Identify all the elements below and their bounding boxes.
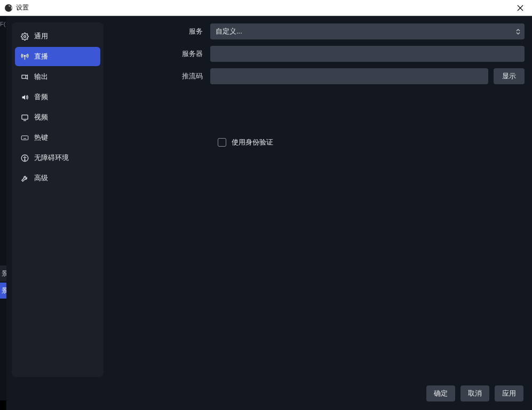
cancel-button[interactable]: 取消 — [460, 385, 489, 401]
row-auth-checkbox[interactable]: 使用身份验证 — [218, 138, 525, 147]
dialog-body: 通用 直播 输出 音频 — [6, 16, 532, 382]
svg-rect-5 — [21, 115, 27, 119]
sidebar-item-label: 音频 — [34, 92, 48, 102]
svg-point-14 — [24, 156, 25, 157]
bg-left-hint: F( — [0, 16, 4, 32]
close-button[interactable] — [509, 0, 532, 16]
dialog-footer: 确定 取消 应用 — [6, 382, 532, 410]
service-select[interactable]: 自定义... — [210, 23, 525, 39]
monitor-icon — [20, 113, 29, 122]
svg-rect-7 — [21, 135, 28, 140]
titlebar: 设置 — [0, 0, 532, 16]
keyboard-icon — [20, 133, 29, 142]
antenna-icon — [20, 52, 29, 61]
sidebar-item-label: 视频 — [34, 112, 48, 122]
sidebar-item-audio[interactable]: 音频 — [15, 87, 100, 107]
gear-icon — [20, 32, 29, 41]
settings-sidebar: 通用 直播 输出 音频 — [12, 22, 104, 377]
svg-rect-4 — [21, 75, 26, 78]
row-service: 服务 自定义... — [116, 23, 525, 39]
sidebar-item-video[interactable]: 视频 — [15, 108, 100, 127]
sidebar-item-label: 输出 — [34, 72, 48, 82]
sidebar-item-label: 热键 — [34, 133, 48, 142]
sidebar-item-output[interactable]: 输出 — [15, 67, 100, 86]
row-server: 服务器 — [116, 46, 525, 62]
label-streamkey: 推流码 — [116, 71, 210, 81]
sidebar-item-label: 直播 — [34, 52, 48, 61]
show-streamkey-button[interactable]: 显示 — [494, 68, 525, 84]
settings-dialog: 通用 直播 输出 音频 — [6, 16, 532, 410]
streamkey-input[interactable] — [210, 68, 488, 84]
sidebar-item-hotkeys[interactable]: 热键 — [15, 128, 100, 147]
svg-point-0 — [5, 4, 12, 12]
service-select-value: 自定义... — [216, 27, 242, 36]
svg-point-1 — [23, 35, 26, 37]
sidebar-item-label: 通用 — [34, 31, 48, 41]
auth-checkbox[interactable] — [218, 138, 226, 147]
label-server: 服务器 — [116, 49, 210, 59]
settings-main-panel: 服务 自定义... 服务器 — [116, 22, 525, 377]
accessibility-icon — [20, 154, 29, 162]
auth-checkbox-label: 使用身份验证 — [232, 138, 273, 147]
apply-button[interactable]: 应用 — [495, 385, 523, 401]
sidebar-item-label: 高级 — [34, 173, 48, 183]
window-title: 设置 — [16, 3, 29, 12]
server-input[interactable] — [210, 46, 525, 62]
tools-icon — [20, 174, 29, 182]
speaker-icon — [20, 93, 29, 101]
row-streamkey: 推流码 显示 — [116, 68, 525, 84]
label-service: 服务 — [116, 27, 210, 36]
sidebar-item-stream[interactable]: 直播 — [15, 47, 100, 66]
sidebar-item-label: 无障碍环境 — [34, 153, 69, 163]
sidebar-item-general[interactable]: 通用 — [15, 27, 100, 46]
obs-app-icon — [4, 4, 13, 12]
select-spinner-icon — [514, 25, 522, 38]
output-icon — [20, 73, 29, 81]
sidebar-item-accessibility[interactable]: 无障碍环境 — [15, 148, 100, 167]
ok-button[interactable]: 确定 — [426, 385, 455, 401]
sidebar-item-advanced[interactable]: 高级 — [15, 168, 100, 188]
